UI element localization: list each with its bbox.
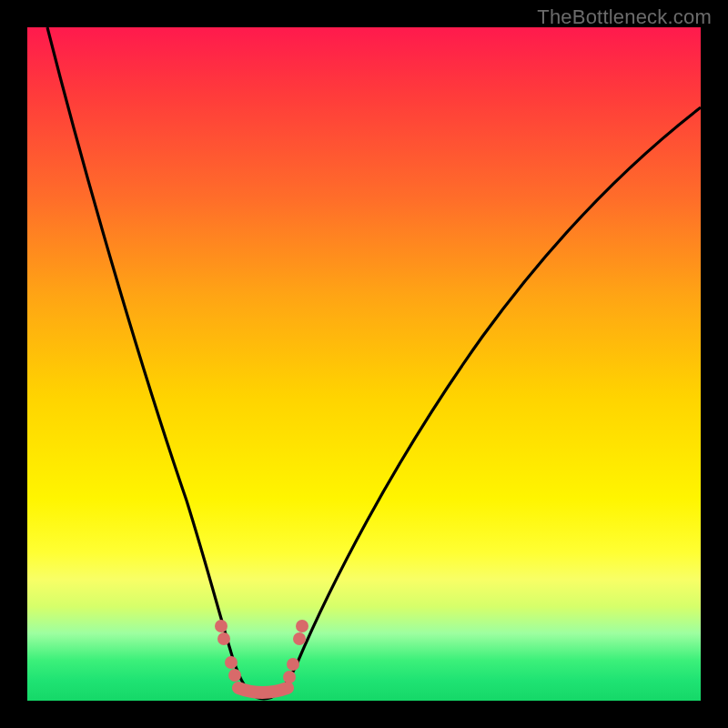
trough-bead-icon (217, 632, 230, 645)
plot-area (27, 27, 701, 701)
bottleneck-curve-line (47, 27, 701, 699)
watermark-label: TheBottleneck.com (537, 5, 712, 29)
trough-bead-icon (228, 669, 241, 682)
trough-bead-icon (296, 620, 308, 632)
trough-bead-icon (287, 658, 299, 671)
trough-bead-icon (283, 671, 296, 683)
trough-underline-icon (238, 688, 288, 693)
trough-bead-icon (225, 656, 238, 669)
bottleneck-chart (27, 27, 701, 701)
trough-bead-icon (215, 620, 228, 632)
trough-bead-icon (293, 632, 306, 645)
